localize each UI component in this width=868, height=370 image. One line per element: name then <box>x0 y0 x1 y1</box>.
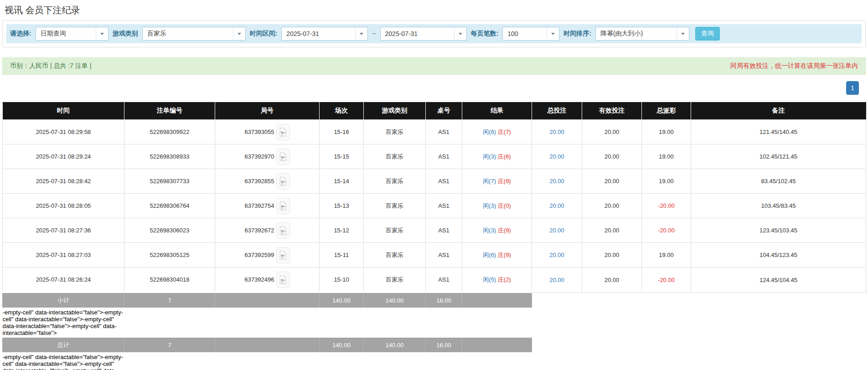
date-range-label: 时间区间: <box>250 30 278 38</box>
table-body: 2025-07-31 08:29:58522698309922637393055… <box>3 120 866 370</box>
page-size-dropdown[interactable]: 100 <box>502 27 559 41</box>
result-player: 闲(3) <box>483 227 496 234</box>
cell-valid-bet: 20.00 <box>582 243 642 267</box>
cell-table-no: AS1 <box>426 144 462 169</box>
total-bet-link[interactable]: 20.00 <box>549 277 564 283</box>
total-bet-link[interactable]: 20.00 <box>549 128 564 135</box>
result-banker: 庄(9) <box>498 227 511 234</box>
table-header-row: 时间 注单编号 局号 场次 游戏类别 桌号 结果 总投注 有效投注 总派彩 备注 <box>3 102 866 120</box>
subtotal-empty-cell <box>462 293 532 308</box>
cell-result: 闲(3) 庄(0) <box>462 194 532 218</box>
cell-session: 15-16 <box>320 120 364 144</box>
cell-bet-id: 522698305125 <box>124 243 215 267</box>
page-title: 视讯 会员下注纪录 <box>5 4 868 16</box>
search-button[interactable]: 查询 <box>695 27 720 41</box>
cell-remark: 104.45/123.45 <box>691 243 866 267</box>
cell-time: 2025-07-31 08:27:03 <box>3 243 124 267</box>
game-type-dropdown[interactable]: 百家乐 <box>142 27 246 41</box>
cell-valid-bet: 20.00 <box>582 194 642 218</box>
video-replay-icon <box>279 201 287 211</box>
cell-time: 2025-07-31 08:26:24 <box>3 267 124 293</box>
game-type-value: 百家乐 <box>143 30 171 38</box>
cell-game-type: 百家乐 <box>364 120 426 144</box>
total-bet-link[interactable]: 20.00 <box>549 153 564 160</box>
video-replay-icon <box>279 226 287 235</box>
payout-value: 19.00 <box>659 128 674 135</box>
round-number: 637392855 <box>244 178 274 185</box>
cell-bet-id: 522698309922 <box>124 120 215 144</box>
filter-bar: 请选择: 日期查询 游戏类别 百家乐 时间区间: 2025-07-31 ~ 20… <box>6 24 862 43</box>
select-mode-dropdown[interactable]: 日期查询 <box>36 27 108 41</box>
payout-value: 19.00 <box>659 252 674 258</box>
cell-payout: -20.00 <box>642 218 691 243</box>
chevron-down-icon <box>547 27 559 40</box>
total-bet-link[interactable]: 20.00 <box>549 252 564 258</box>
date-from-dropdown[interactable]: 2025-07-31 <box>281 27 368 41</box>
total-bet-link[interactable]: 20.00 <box>549 178 564 185</box>
cell-session: 15-10 <box>320 267 364 293</box>
video-replay-button[interactable] <box>276 198 290 214</box>
total-row: 总计7140.00140.0016.00 <box>3 337 866 353</box>
table-row: 2025-07-31 08:28:05522698306764637392754… <box>3 194 866 218</box>
cell-time: 2025-07-31 08:28:42 <box>3 169 124 194</box>
cell-round: 637392496 <box>215 267 320 293</box>
date-to-dropdown[interactable]: 2025-07-31 <box>380 27 467 41</box>
payout-value: -20.00 <box>658 277 675 283</box>
time-sort-value: 降幂(由大到小) <box>596 30 647 38</box>
cell-valid-bet: 20.00 <box>582 169 642 194</box>
video-replay-button[interactable] <box>276 247 290 263</box>
result-player: 闲(6) <box>483 128 496 135</box>
cell-payout: -20.00 <box>642 267 691 293</box>
payout-value: -20.00 <box>658 227 675 234</box>
pagination-top: 1 <box>0 81 859 94</box>
total-bet-link[interactable]: 20.00 <box>549 227 564 234</box>
video-replay-icon <box>279 152 287 161</box>
summary-notice: 同局有效投注，统一计算在该局第一张注单内 <box>730 62 858 70</box>
cell-session: 15-11 <box>320 243 364 267</box>
cell-result: 闲(3) 庄(9) <box>462 218 532 243</box>
result-player: 闲(6) <box>483 252 496 258</box>
cell-payout: 19.00 <box>642 144 691 169</box>
time-sort-dropdown[interactable]: 降幂(由大到小) <box>595 27 689 41</box>
result-banker: 庄(2) <box>498 276 511 283</box>
cell-round: 637392754 <box>215 194 320 218</box>
video-replay-button[interactable] <box>276 272 290 288</box>
cell-game-type: 百家乐 <box>364 267 426 293</box>
cell-total-bet: 20.00 <box>532 218 582 243</box>
cell-round: 637392855 <box>215 169 320 194</box>
subtotal-valid-bet: 140.00 <box>364 293 426 308</box>
date-to-value: 2025-07-31 <box>381 30 423 37</box>
cell-time: 2025-07-31 08:27:36 <box>3 218 124 243</box>
cell-payout: 19.00 <box>642 243 691 267</box>
cell-game-type: 百家乐 <box>364 218 426 243</box>
date-range-tilde: ~ <box>372 30 376 37</box>
video-replay-button[interactable] <box>276 173 290 190</box>
cell-total-bet: 20.00 <box>532 267 582 293</box>
payout-value: 19.00 <box>659 153 674 160</box>
cell-table-no: AS1 <box>426 267 462 293</box>
video-replay-button[interactable] <box>276 124 290 140</box>
col-result: 结果 <box>462 102 532 120</box>
total-bet-link[interactable]: 20.00 <box>549 202 564 209</box>
total-payout: 16.00 <box>426 337 462 353</box>
subtotal-row: 小计7140.00140.0016.00 <box>3 293 866 308</box>
round-number: 637392496 <box>244 276 274 283</box>
cell-payout: -20.00 <box>642 194 691 218</box>
chevron-down-icon <box>233 27 245 40</box>
cell-remark: 121.45/140.45 <box>691 120 866 144</box>
cell-payout: 19.00 <box>642 120 691 144</box>
cell-bet-id: 522698307733 <box>124 169 215 194</box>
cell-total-bet: 20.00 <box>532 243 582 267</box>
cell-session: 15-15 <box>320 144 364 169</box>
table-row: 2025-07-31 08:26:24522698304018637392496… <box>3 267 866 293</box>
video-replay-button[interactable] <box>276 149 290 165</box>
cell-table-no: AS1 <box>426 218 462 243</box>
video-replay-button[interactable] <box>276 222 290 239</box>
total-total-bet: 140.00 <box>320 337 364 353</box>
page-1-button[interactable]: 1 <box>846 81 859 95</box>
cell-round: 637392599 <box>215 243 320 267</box>
chevron-down-icon <box>454 27 466 40</box>
cell-total-bet: 20.00 <box>532 144 582 169</box>
round-number: 637392672 <box>244 227 274 234</box>
total-valid-bet: 140.00 <box>364 337 426 353</box>
